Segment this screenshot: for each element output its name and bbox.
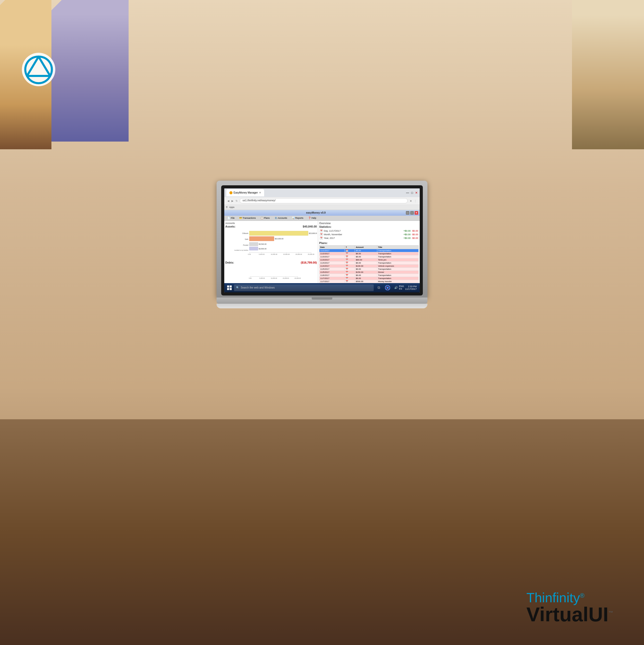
plan-date: 11/4/2017 bbox=[319, 264, 345, 267]
easymoney-body: Accounts Assets: $40,840.00 Citibank bbox=[224, 221, 420, 283]
plans-row[interactable]: 11/7/2017 📅 $500.00 Money transfer bbox=[319, 280, 419, 283]
plans-row[interactable]: 11/5/2017 📅 $150.00 Dinner bbox=[319, 270, 419, 274]
svg-text:$23,800.00: $23,800.00 bbox=[309, 232, 317, 234]
plans-row[interactable]: 11/4/2017 📅 $100.00 Vehicle expenses bbox=[319, 264, 419, 267]
svg-text:20,000.00: 20,000.00 bbox=[295, 277, 301, 279]
debts-section: Debts: ($16,799.00) 0.00 5,000.00 bbox=[225, 261, 317, 280]
time: 2:33 PM bbox=[405, 285, 417, 288]
plans-row[interactable]: 11/6/2017 📅 $6.00 Transportation bbox=[319, 274, 419, 277]
menu-accounts[interactable]: 🏦 Accounts bbox=[272, 216, 289, 220]
plan-title: Vehicle expenses bbox=[377, 264, 418, 267]
search-icon: 🔍 bbox=[236, 286, 239, 289]
svg-point-42 bbox=[386, 287, 389, 289]
plans-row[interactable]: 11/4/2017 📅 $6.00 Transportation bbox=[319, 261, 419, 264]
svg-rect-9 bbox=[250, 242, 258, 246]
plan-amount: $500.00 bbox=[355, 280, 377, 283]
plan-title: Money transfer bbox=[377, 280, 418, 283]
plan-title: Tenis pro bbox=[377, 258, 418, 261]
windows-search[interactable]: 🔍 Search the web and Windows bbox=[234, 284, 374, 291]
app-maximize-button[interactable]: □ bbox=[410, 211, 414, 215]
plans-row[interactable]: 11/3/2017 📅 $6.00 Transportation bbox=[319, 255, 419, 258]
plans-row[interactable]: 11/2/2017 📅 $6.00 Transportation bbox=[319, 252, 419, 255]
plans-row[interactable]: 11/7/2017 📅 $6.00 Transportation bbox=[319, 277, 419, 280]
branding-area: Thinfinity® VirtualUI™ bbox=[527, 591, 613, 624]
nav-back[interactable]: ◀ bbox=[227, 199, 230, 202]
windows-taskbar: 🔍 Search the web and Windows ⧉ bbox=[224, 283, 420, 292]
svg-text:25,000.00: 25,000.00 bbox=[308, 253, 315, 255]
plan-title: Transportation bbox=[377, 274, 418, 277]
brand-reg-mark: ® bbox=[580, 592, 585, 599]
svg-text:Citibank: Citibank bbox=[242, 232, 249, 234]
chrome-window-controls: — □ ✕ bbox=[406, 191, 418, 195]
chrome-close[interactable]: ✕ bbox=[415, 191, 418, 195]
laptop-lid: EasyMoney Manager ✕ — □ ✕ ◀ ▶ ↻ bbox=[217, 181, 427, 297]
svg-text:5,000.00: 5,000.00 bbox=[259, 253, 264, 255]
overview-title: Overview bbox=[319, 222, 419, 225]
address-input[interactable]: us1.thinfinity.net/easymoney/ bbox=[240, 198, 408, 203]
chrome-tab-active[interactable]: EasyMoney Manager ✕ bbox=[226, 189, 264, 196]
plans-section: Plans: Date ? Amount Title bbox=[319, 241, 419, 283]
svg-text:15,000.00: 15,000.00 bbox=[283, 277, 289, 279]
svg-text:$3,540.00: $3,540.00 bbox=[259, 243, 267, 245]
svg-text:Safe: Safe bbox=[245, 238, 249, 240]
stats-day-label: Day, 11/17/2017 bbox=[324, 230, 402, 232]
plan-title: Dinner bbox=[377, 270, 418, 274]
menu-reports-label: 📊 Reports bbox=[292, 217, 304, 219]
assets-header-row: Assets: $40,840.00 bbox=[225, 225, 317, 228]
plan-icon: 📅 bbox=[345, 258, 355, 261]
nav-forward[interactable]: ▶ bbox=[232, 199, 234, 202]
accounts-header: Accounts bbox=[225, 222, 317, 224]
menu-reports[interactable]: 📊 Reports bbox=[290, 216, 306, 220]
menu-file[interactable]: 📄 File bbox=[225, 216, 237, 220]
statistics-title: Statistics: bbox=[319, 225, 419, 228]
tab-close-button[interactable]: ✕ bbox=[259, 191, 261, 194]
easymoney-menubar: 📄 File 💳 Transactions 📋 Plans 🏦 Accounts bbox=[224, 216, 420, 221]
plan-date: 11/1/2017 bbox=[319, 249, 345, 252]
laptop-screen: EasyMoney Manager ✕ — □ ✕ ◀ ▶ ↻ bbox=[224, 188, 420, 292]
col-date: Date bbox=[319, 245, 345, 249]
easymoney-title: easyMoney v0.9 bbox=[226, 211, 406, 214]
menu-transactions[interactable]: 💳 Transactions bbox=[237, 216, 258, 220]
laptop: EasyMoney Manager ✕ — □ ✕ ◀ ▶ ↻ bbox=[217, 181, 427, 308]
chrome-titlebar: EasyMoney Manager ✕ — □ ✕ bbox=[224, 188, 420, 197]
brand-thinfinity-text: Thinfinity® bbox=[527, 591, 613, 604]
plan-date: 11/4/2017 bbox=[319, 261, 345, 264]
plans-row[interactable]: 11/1/2017 📅 $5.00 Transportation bbox=[319, 249, 419, 252]
plan-icon: 📅 bbox=[345, 249, 355, 252]
plan-date: 11/6/2017 bbox=[319, 274, 345, 277]
stats-day-icon: 📅 bbox=[320, 229, 323, 232]
nav-refresh[interactable]: ↻ bbox=[236, 199, 238, 202]
svg-text:15,000.00: 15,000.00 bbox=[283, 253, 290, 255]
menu-plans-label: 📋 Plans bbox=[261, 217, 270, 219]
plans-row[interactable]: 11/3/2017 📅 $80.00 Tenis pro bbox=[319, 258, 419, 261]
app-minimize-button[interactable]: — bbox=[406, 211, 409, 215]
svg-text:$10,000.00: $10,000.00 bbox=[275, 238, 283, 240]
plan-icon: 📅 bbox=[345, 255, 355, 258]
menu-help[interactable]: ❓ Help bbox=[306, 216, 318, 220]
plan-icon: 📅 bbox=[345, 280, 355, 283]
statistics-section: Statistics: 📅 Day, 11/17/2017 +$0.00 -$0… bbox=[319, 225, 419, 240]
app-close-button[interactable]: ✕ bbox=[414, 211, 418, 215]
svg-rect-7 bbox=[250, 236, 274, 241]
taskbar-pinned-apps: ⧉ bbox=[375, 284, 392, 292]
stats-month-label: Month, November bbox=[324, 233, 402, 236]
plan-date: 11/2/2017 bbox=[319, 252, 345, 255]
plan-date: 11/3/2017 bbox=[319, 255, 345, 258]
plan-icon: 📅 bbox=[345, 252, 355, 255]
plans-row[interactable]: 11/5/2017 📅 $6.00 Transportation bbox=[319, 267, 419, 270]
chrome-minimize[interactable]: — bbox=[406, 191, 409, 195]
chrome-maximize[interactable]: □ bbox=[411, 191, 413, 195]
plan-icon: 📅 bbox=[345, 261, 355, 264]
menu-plans[interactable]: 📋 Plans bbox=[259, 216, 272, 220]
volume-icon[interactable]: 🔊 bbox=[394, 286, 398, 289]
bookmark-icon[interactable]: ★ bbox=[410, 199, 412, 202]
chrome-menu-icon[interactable]: ⋮ bbox=[414, 199, 417, 202]
apps-label[interactable]: Apps bbox=[229, 206, 235, 208]
plan-date: 11/7/2017 bbox=[319, 280, 345, 283]
plan-icon: 📅 bbox=[345, 270, 355, 274]
lang-indicator[interactable]: ENGES bbox=[399, 285, 404, 290]
taskbar-task-view[interactable]: ⧉ bbox=[375, 284, 383, 292]
taskbar-chrome[interactable] bbox=[383, 284, 392, 292]
start-button[interactable] bbox=[226, 284, 233, 291]
taskbar-system-tray: 🔊 ENGES 2:33 PM 11/17/2017 bbox=[393, 285, 418, 290]
